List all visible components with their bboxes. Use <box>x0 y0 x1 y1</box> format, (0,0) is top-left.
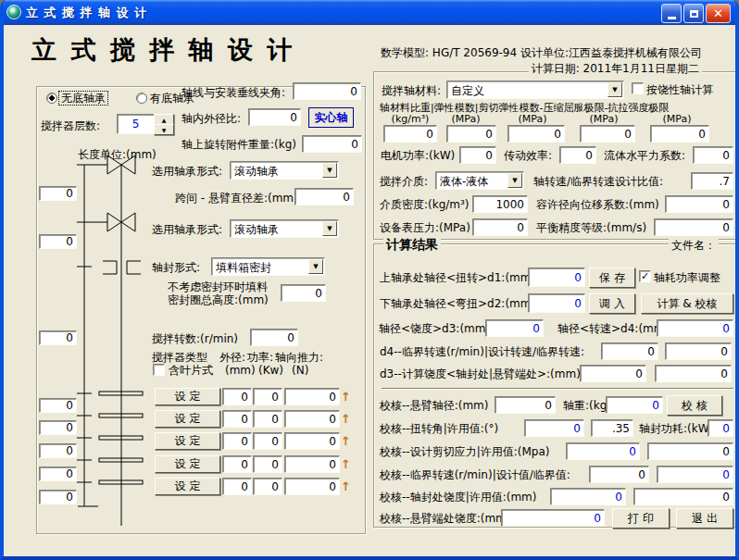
radio-no-bottom-bearing[interactable] <box>46 93 57 104</box>
shaft-weight-input[interactable] <box>606 396 663 414</box>
impeller-2-power-input[interactable] <box>253 410 282 428</box>
calc-date: 计算日期: 2011年1月11日星期二 <box>529 62 702 75</box>
impeller-3-thrust-input[interactable] <box>284 432 340 450</box>
chevron-down-icon[interactable]: ▼ <box>507 173 522 188</box>
exit-button[interactable]: 退 出 <box>676 508 733 529</box>
thrust-up-icon[interactable]: ↑ <box>341 456 351 472</box>
close-button[interactable]: ✕ <box>706 4 731 23</box>
impeller-4-thrust-input[interactable] <box>284 455 340 473</box>
thrust-up-icon[interactable]: ↑ <box>341 479 351 494</box>
title-bar[interactable]: 立 式 搅 拌 轴 设 计 ✕ <box>0 0 739 25</box>
mixing-speed-input[interactable] <box>250 329 298 346</box>
elastic-modulus-input[interactable] <box>446 125 496 143</box>
impeller-1-thrust-input[interactable] <box>284 388 340 405</box>
d3-deflection-input-1[interactable] <box>580 365 646 382</box>
layers-spin-down[interactable]: ▼ <box>154 124 174 135</box>
bearing-type-2-select[interactable]: 滚动轴承 ▼ <box>230 219 339 238</box>
radial-coef-input[interactable] <box>665 195 733 213</box>
impeller-2-od-input[interactable] <box>222 410 252 428</box>
efficiency-label: 传动效率: <box>504 149 552 162</box>
angle-input[interactable] <box>293 82 361 100</box>
d1-label: 上轴承处轴径<扭转>d1:(mm) <box>380 271 535 284</box>
pressure-input[interactable] <box>472 218 528 236</box>
span-diff-input[interactable] <box>294 188 354 205</box>
medium-select[interactable]: 液体-液体 ▼ <box>435 171 524 190</box>
material-label: 搅拌轴材料: <box>382 84 441 97</box>
radio-no-bottom-bearing-label[interactable]: 无底轴承 <box>59 92 107 105</box>
impeller-5-power-input[interactable] <box>253 478 282 495</box>
d2-label: 下轴承处轴径<弯扭>d2:(mm) <box>380 297 535 310</box>
chevron-down-icon[interactable]: ▼ <box>322 163 337 178</box>
shear-modulus-input[interactable] <box>507 125 565 143</box>
torsion-allow-input[interactable] <box>591 419 633 437</box>
chevron-down-icon[interactable]: ▼ <box>308 259 323 274</box>
d3-deflection-input-2[interactable] <box>655 365 732 382</box>
calc-check-button[interactable]: 计算 & 校核 <box>641 293 733 314</box>
seal-power-input[interactable] <box>708 419 733 437</box>
rotating-weight-input[interactable] <box>302 135 362 153</box>
power-adjust-checkbox[interactable] <box>639 270 651 282</box>
check-seal-deflection-input-1[interactable] <box>550 488 626 505</box>
diameter-ratio-input[interactable] <box>248 108 301 126</box>
fluid-coef-input[interactable] <box>693 146 733 164</box>
minimize-button[interactable] <box>661 4 682 23</box>
impeller-layers-field[interactable] <box>117 114 155 134</box>
impeller-2-thrust-input[interactable] <box>284 410 340 428</box>
efficiency-input[interactable] <box>559 146 596 164</box>
thrust-up-icon[interactable]: ↑ <box>341 433 351 449</box>
speed-ratio-input[interactable] <box>691 172 733 190</box>
print-button[interactable]: 打 印 <box>612 508 670 529</box>
impeller-5-thrust-input[interactable] <box>284 478 340 495</box>
thrust-up-icon[interactable]: ↑ <box>341 411 351 427</box>
tensile-limit-input[interactable] <box>650 125 709 143</box>
medium-density-input[interactable] <box>472 195 528 213</box>
check-end-deflection-input[interactable] <box>501 509 605 527</box>
check-seal-deflection-input-2[interactable] <box>633 488 733 505</box>
d4-critical-input-2[interactable] <box>665 342 732 360</box>
yield-limit-input[interactable] <box>580 125 635 143</box>
check-shaft-label: 校核--悬臂轴径:(mm) <box>380 399 488 412</box>
check-shear-input-1[interactable] <box>566 442 640 460</box>
impeller-4-power-input[interactable] <box>253 455 282 473</box>
check-shear-input-2[interactable] <box>647 442 733 460</box>
bearing-type-1-select[interactable]: 滚动轴承 ▼ <box>230 161 339 180</box>
flexible-shaft-checkbox[interactable] <box>632 82 644 94</box>
pressure-label: 设备表压力:(MPa) <box>380 221 470 234</box>
load-button[interactable]: 调 入 <box>589 293 635 314</box>
balance-grade-input[interactable] <box>654 218 733 236</box>
save-button[interactable]: 保 存 <box>589 268 635 288</box>
material-select[interactable]: 自定义 ▼ <box>446 81 624 99</box>
check-critical-input-2[interactable] <box>657 466 733 483</box>
d4-critical-input-1[interactable] <box>601 342 658 360</box>
maximize-button[interactable] <box>683 4 704 23</box>
impeller-3-od-input[interactable] <box>222 432 252 450</box>
check-critical-input-1[interactable] <box>589 466 649 483</box>
d2-input[interactable] <box>528 293 585 313</box>
d4-input[interactable] <box>657 319 733 337</box>
check-torsion-input[interactable] <box>524 419 584 437</box>
prop-unit-1: (kg/m³) <box>383 113 437 126</box>
d3-input[interactable] <box>485 319 544 337</box>
impeller-1-od-input[interactable] <box>222 388 252 405</box>
motor-power-input[interactable] <box>459 146 496 164</box>
thrust-up-icon[interactable]: ↑ <box>341 389 351 404</box>
impeller-1-power-input[interactable] <box>253 388 282 405</box>
speed-ratio-label: 轴转速/临界转速设计比值: <box>533 175 663 188</box>
impeller-3-power-input[interactable] <box>253 432 282 450</box>
packing-height-input[interactable] <box>281 284 326 302</box>
solid-shaft-button[interactable]: 实心轴 <box>308 107 354 128</box>
check-button[interactable]: 校 核 <box>667 395 722 416</box>
d1-input[interactable] <box>528 268 585 287</box>
check-end-deflection-label: 校核--悬臂端处饶度:(mm) <box>380 512 510 525</box>
seal-type-select[interactable]: 填料箱密封 ▼ <box>211 257 325 276</box>
radio-with-bottom-bearing[interactable] <box>136 93 147 104</box>
check-shaft-input[interactable] <box>495 396 556 414</box>
d4-critical-label: d4--临界转速(r/min)|设计转速/临界转速: <box>380 345 584 358</box>
impeller-4-od-input[interactable] <box>222 455 252 473</box>
chevron-down-icon[interactable]: ▼ <box>322 221 337 236</box>
impeller-5-od-input[interactable] <box>222 478 252 495</box>
d4-label: 轴径<转速>d4:(mm) <box>557 322 669 335</box>
seal-symbol-left <box>103 261 117 274</box>
chevron-down-icon[interactable]: ▼ <box>607 82 622 97</box>
density-prop-input[interactable] <box>383 125 437 143</box>
